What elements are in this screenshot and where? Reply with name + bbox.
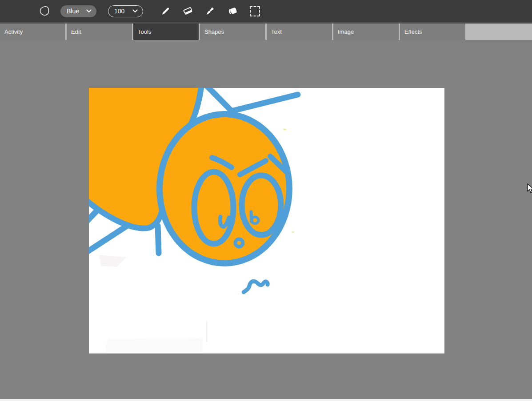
brush-tool-button[interactable] — [205, 5, 216, 17]
tab-activity[interactable]: Activity — [0, 24, 65, 40]
antenna-stroke — [206, 88, 232, 111]
pencil-tool-button[interactable] — [160, 5, 171, 17]
faint-smudge — [105, 338, 202, 352]
tab-image[interactable]: Image — [333, 24, 399, 40]
mouse-cursor — [527, 183, 532, 194]
eraser-tool-button[interactable] — [183, 5, 193, 17]
rectangle-select-tool-button[interactable] — [249, 5, 260, 17]
pencil-icon — [161, 6, 171, 16]
leg-stroke — [158, 226, 159, 253]
tab-tools[interactable]: Tools — [133, 24, 199, 40]
eraser-icon — [183, 6, 193, 16]
rectangle-select-icon — [250, 6, 260, 16]
yellow-speck — [292, 231, 294, 233]
fill-bucket-tool-button[interactable] — [227, 5, 238, 17]
toolbar: Blue 100 — [0, 0, 532, 22]
color-dropdown-value: Blue — [67, 8, 86, 15]
tab-edit[interactable]: Edit — [67, 24, 132, 40]
workspace — [0, 40, 532, 399]
color-blob-icon[interactable] — [38, 5, 51, 17]
squiggle-stroke — [244, 281, 268, 292]
drawing-artwork — [89, 88, 444, 353]
color-dropdown[interactable]: Blue — [60, 5, 96, 17]
tab-bar: Activity Edit Tools Shapes Text Image Ef… — [0, 22, 532, 40]
chevron-down-icon — [132, 9, 138, 13]
chevron-down-icon — [86, 9, 92, 13]
tab-effects[interactable]: Effects — [400, 24, 465, 40]
tab-shapes[interactable]: Shapes — [200, 24, 265, 40]
faint-smudge — [99, 255, 126, 267]
fill-bucket-icon — [227, 6, 238, 16]
bottom-strip — [0, 399, 532, 401]
yellow-speck — [283, 129, 286, 130]
antenna-stroke — [232, 95, 298, 111]
size-dropdown[interactable]: 100 — [108, 5, 143, 17]
drawing-canvas[interactable] — [89, 88, 444, 353]
brush-icon — [205, 6, 215, 16]
tab-text[interactable]: Text — [267, 24, 332, 40]
faint-smudge — [206, 321, 208, 342]
size-dropdown-value: 100 — [114, 8, 132, 15]
